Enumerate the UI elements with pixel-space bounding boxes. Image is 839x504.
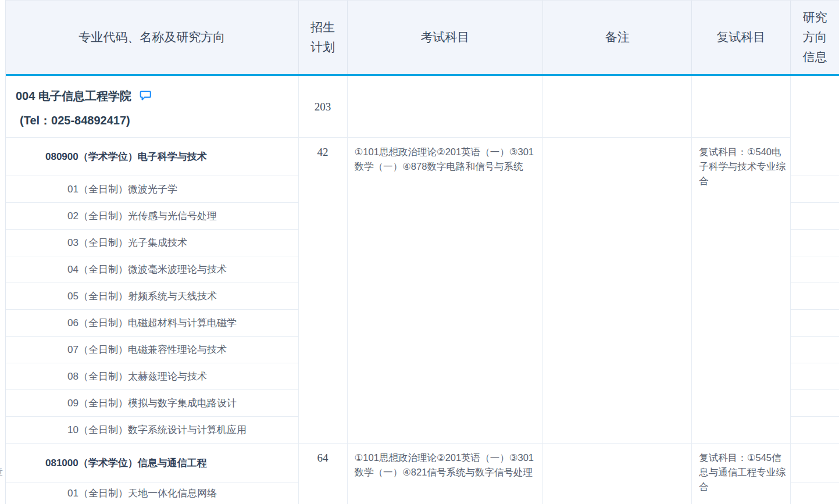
institute-row: 004 电子信息工程学院 (Tel：025-84892417) (6, 76, 298, 138)
retest-program-2: 复试科目：①545信息与通信工程专业综合 (692, 444, 790, 504)
direction-row: 04（全日制）微波毫米波理论与技术 (6, 256, 298, 283)
direction-row: 07（全日制）电磁兼容性理论与技术 (6, 337, 298, 363)
exam-program-1: ①101思想政治理论②201英语（一）③301数学（一）④878数字电路和信号与… (348, 138, 543, 444)
header-major-code: 专业代码、名称及研究方向 (6, 1, 299, 74)
plan-program-2: 64 (299, 444, 347, 504)
direction-info-cell (791, 283, 839, 310)
direction-label: 09（全日制）模拟与数字集成电路设计 (67, 396, 237, 410)
table-body: 004 电子信息工程学院 (Tel：025-84892417) 080900（学… (6, 76, 839, 504)
program-row: 081000（学术学位）信息与通信工程 (6, 444, 298, 482)
direction-info-cell (791, 230, 839, 256)
direction-info-cell (791, 337, 839, 363)
institute-tel: (Tel：025-84892417) (16, 108, 289, 133)
comment-bubble-icon[interactable] (140, 90, 152, 101)
plan-institute: 203 (299, 76, 347, 138)
direction-label: 04（全日制）微波毫米波理论与技术 (67, 263, 227, 276)
direction-label: 07（全日制）电磁兼容性理论与技术 (67, 343, 227, 356)
header-retest-subjects: 复试科目 (692, 1, 791, 74)
plan-program-1: 42 (299, 138, 347, 444)
direction-row: 01（全日制）天地一体化信息网络 (6, 482, 298, 504)
direction-row: 09（全日制）模拟与数字集成电路设计 (6, 390, 298, 417)
direction-row: 06（全日制）电磁超材料与计算电磁学 (6, 310, 298, 337)
direction-info-cell (791, 417, 839, 444)
direction-row: 02（全日制）光传感与光信号处理 (6, 203, 298, 230)
direction-label: 08（全日制）太赫兹理论与技术 (67, 370, 207, 383)
direction-info-cell (791, 444, 839, 482)
direction-row: 08（全日制）太赫兹理论与技术 (6, 363, 298, 390)
institute-title: 004 电子信息工程学院 (16, 90, 131, 102)
direction-label: 01（全日制）天地一体化信息网络 (67, 487, 217, 500)
table-header-row: 专业代码、名称及研究方向 招生计划 考试科目 备注 复试科目 研究方向信息 (6, 0, 839, 74)
direction-info-cell (791, 203, 839, 230)
direction-info-cell (791, 390, 839, 417)
direction-info-cell (791, 176, 839, 203)
header-direction-info: 研究方向信息 (791, 1, 839, 74)
institute-title-line: 004 电子信息工程学院 (16, 84, 289, 108)
remark-program-2 (543, 444, 691, 504)
direction-row: 03（全日制）光子集成技术 (6, 230, 298, 256)
remark-empty-cell (543, 76, 691, 138)
column-remark (543, 76, 692, 504)
program-name: 081000（学术学位）信息与通信工程 (45, 456, 207, 470)
column-plan: 203 42 64 (299, 76, 348, 504)
exam-empty-cell (348, 76, 543, 138)
admissions-table: 专业代码、名称及研究方向 招生计划 考试科目 备注 复试科目 研究方向信息 00… (5, 0, 839, 504)
program-row: 080900（学术学位）电子科学与技术 (6, 138, 298, 176)
admissions-page: 章 专业代码、名称及研究方向 招生计划 考试科目 备注 复试科目 研究方向信息 … (0, 0, 839, 504)
column-retest: 复试科目：①540电子科学与技术专业综合 复试科目：①545信息与通信工程专业综… (692, 76, 791, 504)
direction-label: 03（全日制）光子集成技术 (67, 236, 187, 249)
header-exam-subjects: 考试科目 (348, 1, 544, 74)
direction-label: 06（全日制）电磁超材料与计算电磁学 (67, 316, 237, 330)
direction-info-cell (791, 482, 839, 504)
direction-row: 05（全日制）射频系统与天线技术 (6, 283, 298, 310)
direction-info-cell (791, 256, 839, 283)
direction-label: 05（全日制）射频系统与天线技术 (67, 289, 217, 303)
direction-label: 02（全日制）光传感与光信号处理 (67, 209, 217, 223)
direction-row: 10（全日制）数字系统设计与计算机应用 (6, 417, 298, 444)
column-direction-info (791, 76, 839, 504)
retest-program-1: 复试科目：①540电子科学与技术专业综合 (692, 138, 790, 444)
direction-label: 01（全日制）微波光子学 (67, 183, 177, 196)
retest-empty-cell (692, 76, 790, 138)
remark-program-1 (543, 138, 691, 444)
header-remark: 备注 (543, 1, 692, 74)
exam-program-2: ①101思想政治理论②201英语（一）③301数学（一）④821信号系统与数字信… (348, 444, 543, 504)
header-enroll-plan: 招生计划 (299, 1, 348, 74)
direction-info-cell (791, 76, 839, 176)
program-name: 080900（学术学位）电子科学与技术 (45, 150, 207, 163)
direction-info-cell (791, 310, 839, 337)
clipped-background-text: 章 (0, 467, 3, 482)
direction-row: 01（全日制）微波光子学 (6, 176, 298, 203)
direction-info-cell (791, 363, 839, 390)
column-exam: ①101思想政治理论②201英语（一）③301数学（一）④878数字电路和信号与… (348, 76, 544, 504)
direction-label: 10（全日制）数字系统设计与计算机应用 (67, 423, 247, 437)
column-major: 004 电子信息工程学院 (Tel：025-84892417) 080900（学… (6, 76, 299, 504)
